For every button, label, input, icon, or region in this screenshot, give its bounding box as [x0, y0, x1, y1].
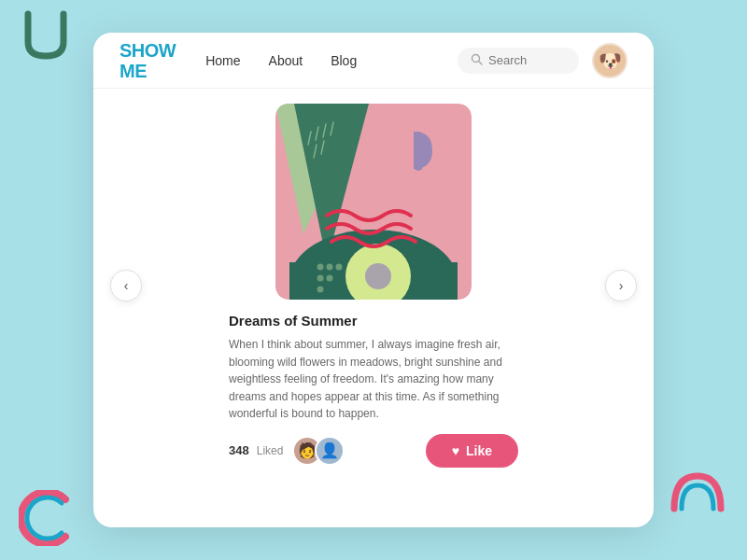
post-title: Dreams of Summer — [229, 313, 518, 329]
deco-arch-shape — [669, 471, 721, 509]
nav-links: Home About Blog — [205, 53, 458, 68]
logo: SHOW ME — [120, 40, 176, 81]
artwork-frame — [275, 104, 472, 300]
search-icon — [471, 53, 483, 68]
svg-point-8 — [365, 263, 391, 289]
svg-point-14 — [327, 275, 333, 282]
like-button[interactable]: ♥ Like — [426, 434, 518, 468]
search-input[interactable] — [488, 53, 568, 67]
liked-section: 348 Liked 🧑 👤 — [229, 436, 345, 466]
svg-rect-9 — [414, 132, 423, 171]
avatar[interactable]: 🐶 — [592, 43, 627, 78]
liked-label: Liked — [257, 444, 284, 457]
search-bar — [458, 48, 579, 74]
deco-u-shape — [17, 9, 73, 56]
post-footer: 348 Liked 🧑 👤 ♥ Like — [229, 434, 518, 468]
svg-point-12 — [336, 264, 343, 271]
main-card: SHOW ME Home About Blog 🐶 ‹ — [93, 33, 654, 527]
nav-about[interactable]: About — [269, 53, 303, 68]
navbar: SHOW ME Home About Blog 🐶 — [93, 33, 654, 89]
content-area: ‹ — [93, 89, 654, 468]
liked-avatars: 🧑 👤 — [292, 436, 345, 466]
svg-line-1 — [479, 61, 483, 64]
svg-point-13 — [317, 275, 324, 282]
nav-home[interactable]: Home — [205, 53, 240, 68]
art-card: Dreams of Summer When I think about summ… — [142, 104, 605, 468]
nav-blog[interactable]: Blog — [331, 53, 357, 68]
post-info: Dreams of Summer When I think about summ… — [229, 300, 518, 468]
heart-icon: ♥ — [452, 443, 459, 458]
liked-avatar-2: 👤 — [315, 436, 345, 466]
svg-point-10 — [317, 264, 324, 271]
svg-point-11 — [327, 264, 333, 271]
liked-count: 348 — [229, 443, 249, 457]
deco-c-shape — [19, 490, 70, 541]
post-description: When I think about summer, I always imag… — [229, 336, 518, 423]
svg-point-15 — [317, 287, 324, 293]
prev-button[interactable]: ‹ — [110, 270, 142, 301]
next-button[interactable]: › — [605, 270, 637, 301]
